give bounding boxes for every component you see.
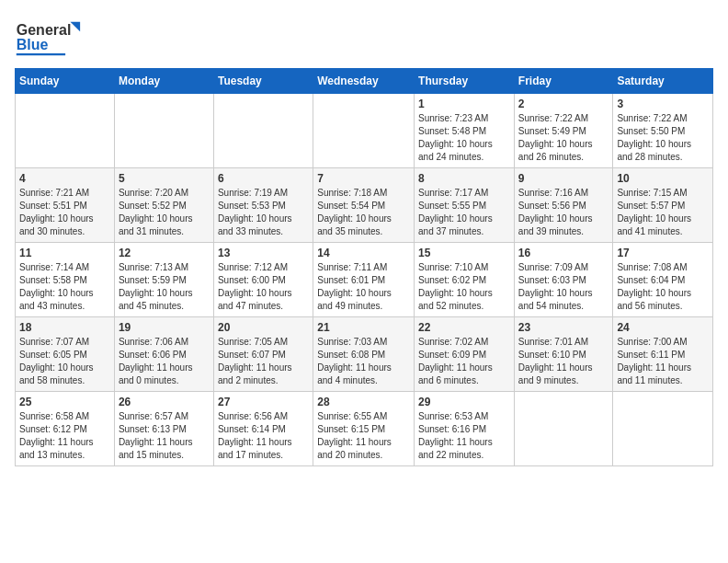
calendar-cell: 11Sunrise: 7:14 AM Sunset: 5:58 PM Dayli…: [16, 243, 115, 317]
day-info: Sunrise: 7:17 AM Sunset: 5:55 PM Dayligh…: [418, 187, 510, 238]
calendar-cell: 20Sunrise: 7:05 AM Sunset: 6:07 PM Dayli…: [213, 317, 313, 392]
day-info: Sunrise: 7:16 AM Sunset: 5:56 PM Dayligh…: [518, 187, 609, 238]
day-info: Sunrise: 7:11 AM Sunset: 6:01 PM Dayligh…: [317, 261, 410, 313]
calendar-week-5: 25Sunrise: 6:58 AM Sunset: 6:12 PM Dayli…: [16, 392, 713, 466]
day-number: 27: [218, 396, 309, 408]
calendar-cell: [514, 392, 613, 466]
calendar-cell: 18Sunrise: 7:07 AM Sunset: 6:05 PM Dayli…: [16, 317, 115, 392]
day-number: 11: [19, 247, 110, 259]
day-number: 25: [19, 396, 110, 408]
day-info: Sunrise: 7:20 AM Sunset: 5:52 PM Dayligh…: [119, 187, 210, 238]
calendar-cell: 5Sunrise: 7:20 AM Sunset: 5:52 PM Daylig…: [114, 168, 213, 243]
column-header-tuesday: Tuesday: [213, 69, 313, 94]
day-number: 4: [19, 172, 110, 185]
day-number: 2: [518, 98, 609, 110]
day-number: 26: [119, 396, 210, 408]
day-number: 3: [617, 98, 709, 110]
calendar-cell: [213, 94, 313, 168]
calendar-cell: 16Sunrise: 7:09 AM Sunset: 6:03 PM Dayli…: [514, 243, 613, 317]
column-header-sunday: Sunday: [16, 69, 115, 94]
day-number: 18: [19, 321, 110, 334]
day-info: Sunrise: 6:56 AM Sunset: 6:14 PM Dayligh…: [218, 410, 309, 462]
day-number: 20: [218, 321, 309, 334]
svg-text:General: General: [17, 22, 72, 38]
calendar-cell: 13Sunrise: 7:12 AM Sunset: 6:00 PM Dayli…: [213, 243, 313, 317]
day-number: 8: [418, 172, 510, 185]
calendar-cell: 23Sunrise: 7:01 AM Sunset: 6:10 PM Dayli…: [514, 317, 613, 392]
calendar-cell: [613, 392, 713, 466]
calendar-cell: 24Sunrise: 7:00 AM Sunset: 6:11 PM Dayli…: [613, 317, 713, 392]
svg-marker-2: [70, 22, 80, 32]
day-number: 13: [218, 247, 309, 259]
calendar-cell: [16, 94, 115, 168]
calendar-cell: 17Sunrise: 7:08 AM Sunset: 6:04 PM Dayli…: [613, 243, 713, 317]
day-number: 28: [317, 396, 410, 408]
day-info: Sunrise: 7:22 AM Sunset: 5:49 PM Dayligh…: [518, 112, 609, 164]
day-number: 23: [518, 321, 609, 334]
calendar-cell: 8Sunrise: 7:17 AM Sunset: 5:55 PM Daylig…: [415, 168, 515, 243]
day-number: 7: [317, 172, 410, 185]
calendar-cell: 27Sunrise: 6:56 AM Sunset: 6:14 PM Dayli…: [213, 392, 313, 466]
day-info: Sunrise: 7:22 AM Sunset: 5:50 PM Dayligh…: [617, 112, 709, 164]
day-number: 9: [518, 172, 609, 185]
day-info: Sunrise: 7:02 AM Sunset: 6:09 PM Dayligh…: [418, 336, 510, 387]
day-number: 16: [518, 247, 609, 259]
day-number: 29: [418, 396, 510, 408]
calendar-week-4: 18Sunrise: 7:07 AM Sunset: 6:05 PM Dayli…: [16, 317, 713, 392]
calendar-cell: 29Sunrise: 6:53 AM Sunset: 6:16 PM Dayli…: [415, 392, 515, 466]
calendar-cell: 21Sunrise: 7:03 AM Sunset: 6:08 PM Dayli…: [313, 317, 415, 392]
day-info: Sunrise: 6:58 AM Sunset: 6:12 PM Dayligh…: [19, 410, 110, 462]
day-number: 6: [218, 172, 309, 185]
calendar-cell: 10Sunrise: 7:15 AM Sunset: 5:57 PM Dayli…: [613, 168, 713, 243]
day-info: Sunrise: 7:14 AM Sunset: 5:58 PM Dayligh…: [19, 261, 110, 313]
column-header-monday: Monday: [114, 69, 213, 94]
calendar-week-2: 4Sunrise: 7:21 AM Sunset: 5:51 PM Daylig…: [16, 168, 713, 243]
day-number: 22: [418, 321, 510, 334]
day-info: Sunrise: 6:53 AM Sunset: 6:16 PM Dayligh…: [418, 410, 510, 462]
calendar-cell: 28Sunrise: 6:55 AM Sunset: 6:15 PM Dayli…: [313, 392, 415, 466]
day-info: Sunrise: 7:09 AM Sunset: 6:03 PM Dayligh…: [518, 261, 609, 313]
calendar-table: SundayMondayTuesdayWednesdayThursdayFrid…: [15, 68, 713, 466]
day-number: 21: [317, 321, 410, 334]
day-info: Sunrise: 7:23 AM Sunset: 5:48 PM Dayligh…: [418, 112, 510, 164]
day-info: Sunrise: 7:06 AM Sunset: 6:06 PM Dayligh…: [119, 336, 210, 387]
svg-text:Blue: Blue: [17, 37, 49, 52]
day-number: 19: [119, 321, 210, 334]
calendar-cell: 3Sunrise: 7:22 AM Sunset: 5:50 PM Daylig…: [613, 94, 713, 168]
day-number: 1: [418, 98, 510, 110]
calendar-cell: 12Sunrise: 7:13 AM Sunset: 5:59 PM Dayli…: [114, 243, 213, 317]
day-info: Sunrise: 6:57 AM Sunset: 6:13 PM Dayligh…: [119, 410, 210, 462]
calendar-header-row: SundayMondayTuesdayWednesdayThursdayFrid…: [16, 69, 713, 94]
day-info: Sunrise: 7:19 AM Sunset: 5:53 PM Dayligh…: [218, 187, 309, 238]
day-info: Sunrise: 7:15 AM Sunset: 5:57 PM Dayligh…: [617, 187, 709, 238]
calendar-cell: 4Sunrise: 7:21 AM Sunset: 5:51 PM Daylig…: [16, 168, 115, 243]
calendar-cell: 25Sunrise: 6:58 AM Sunset: 6:12 PM Dayli…: [16, 392, 115, 466]
day-number: 12: [119, 247, 210, 259]
calendar-cell: [114, 94, 213, 168]
day-info: Sunrise: 6:55 AM Sunset: 6:15 PM Dayligh…: [317, 410, 410, 462]
calendar-week-1: 1Sunrise: 7:23 AM Sunset: 5:48 PM Daylig…: [16, 94, 713, 168]
column-header-thursday: Thursday: [415, 69, 515, 94]
calendar-cell: 22Sunrise: 7:02 AM Sunset: 6:09 PM Dayli…: [415, 317, 515, 392]
calendar-week-3: 11Sunrise: 7:14 AM Sunset: 5:58 PM Dayli…: [16, 243, 713, 317]
day-number: 17: [617, 247, 709, 259]
day-info: Sunrise: 7:00 AM Sunset: 6:11 PM Dayligh…: [617, 336, 709, 387]
calendar-cell: [313, 94, 415, 168]
calendar-cell: 7Sunrise: 7:18 AM Sunset: 5:54 PM Daylig…: [313, 168, 415, 243]
page-header: General Blue: [15, 15, 713, 61]
day-info: Sunrise: 7:13 AM Sunset: 5:59 PM Dayligh…: [119, 261, 210, 313]
day-number: 5: [119, 172, 210, 185]
calendar-cell: 1Sunrise: 7:23 AM Sunset: 5:48 PM Daylig…: [415, 94, 515, 168]
logo-svg: General Blue: [15, 15, 88, 61]
day-number: 15: [418, 247, 510, 259]
day-info: Sunrise: 7:21 AM Sunset: 5:51 PM Dayligh…: [19, 187, 110, 238]
calendar-cell: 2Sunrise: 7:22 AM Sunset: 5:49 PM Daylig…: [514, 94, 613, 168]
column-header-friday: Friday: [514, 69, 613, 94]
day-number: 10: [617, 172, 709, 185]
calendar-cell: 6Sunrise: 7:19 AM Sunset: 5:53 PM Daylig…: [213, 168, 313, 243]
day-info: Sunrise: 7:05 AM Sunset: 6:07 PM Dayligh…: [218, 336, 309, 387]
day-info: Sunrise: 7:08 AM Sunset: 6:04 PM Dayligh…: [617, 261, 709, 313]
day-info: Sunrise: 7:10 AM Sunset: 6:02 PM Dayligh…: [418, 261, 510, 313]
column-header-saturday: Saturday: [613, 69, 713, 94]
calendar-cell: 14Sunrise: 7:11 AM Sunset: 6:01 PM Dayli…: [313, 243, 415, 317]
